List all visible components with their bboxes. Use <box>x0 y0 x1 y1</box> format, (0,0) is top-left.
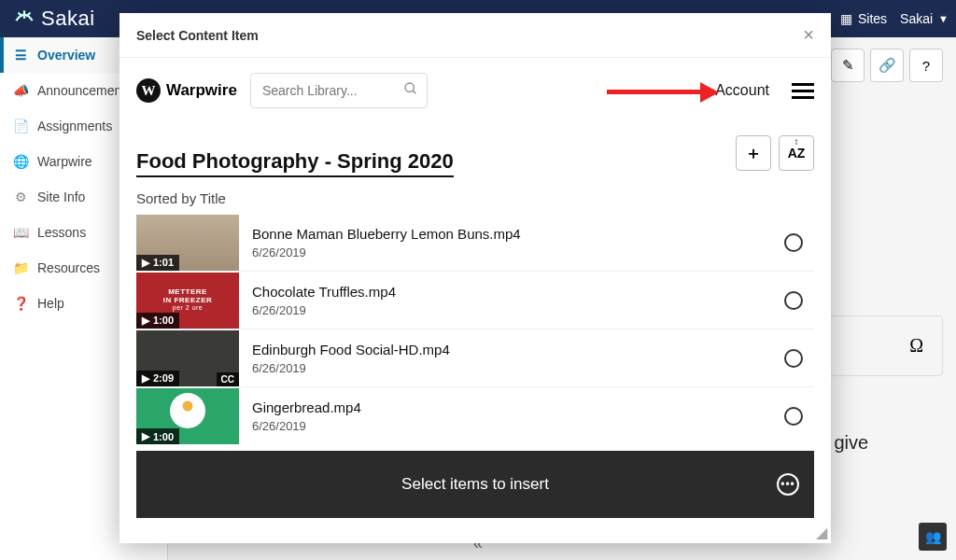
sakai-wordmark: Sakai <box>41 7 95 31</box>
folder-icon: 📁 <box>13 260 28 275</box>
sidebar-item-label: Announcements <box>37 83 132 98</box>
close-icon: × <box>803 24 814 45</box>
play-icon: ▶ <box>142 372 149 385</box>
hamburger-icon <box>792 83 814 86</box>
item-title: Gingerbread.mp4 <box>252 399 784 415</box>
list-item[interactable]: ▶2:09 CC Edinburgh Food Social-HD.mp4 6/… <box>136 329 814 387</box>
sidebar-item-label: Help <box>37 296 64 311</box>
thumbnail: METTERE IN FREEZER per 2 ore ▶1:00 <box>136 273 239 329</box>
item-title: Bonne Maman Blueberry Lemon Buns.mp4 <box>252 226 784 242</box>
plus-icon: ＋ <box>745 142 762 164</box>
file-icon: 📄 <box>13 119 28 133</box>
help-button[interactable]: ? <box>909 49 943 82</box>
help-icon: ❓ <box>13 296 28 311</box>
globe-icon: 🌐 <box>13 154 28 169</box>
edit-button[interactable]: ✎ <box>831 49 865 82</box>
play-icon: ▶ <box>142 315 149 327</box>
gear-icon: ⚙ <box>13 189 28 204</box>
thumbnail: ▶1:00 <box>136 388 239 444</box>
sort-button[interactable]: ↕ AZ <box>779 135 814 171</box>
bullhorn-icon: 📣 <box>13 83 28 98</box>
ellipsis-icon: ••• <box>780 478 795 491</box>
insert-bar: Select items to insert ••• <box>136 451 814 518</box>
pencil-icon: ✎ <box>842 57 854 74</box>
sidebar-item-label: Resources <box>37 260 100 275</box>
list-icon: ☰ <box>13 48 28 63</box>
thumbnail: ▶2:09 CC <box>136 330 239 386</box>
list-item[interactable]: ▶1:00 Gingerbread.mp4 6/26/2019 <box>136 387 814 445</box>
group-floating-button[interactable]: 👥 <box>919 523 947 551</box>
select-radio[interactable] <box>784 349 803 368</box>
warpwire-logo[interactable]: W Warpwire <box>136 78 237 103</box>
warpwire-wordmark: Warpwire <box>166 81 237 100</box>
sidebar-item-label: Warpwire <box>37 154 92 169</box>
user-menu-label: Sakai <box>900 11 933 26</box>
sidebar-item-label: Lessons <box>37 225 86 240</box>
link-button[interactable]: 🔗 <box>870 49 904 82</box>
svg-line-4 <box>413 91 415 93</box>
more-button[interactable]: ••• <box>777 473 799 496</box>
omega-icon[interactable]: Ω <box>909 335 923 357</box>
modal-title: Select Content Item <box>136 28 259 43</box>
sites-label: Sites <box>858 11 887 26</box>
item-date: 6/26/2019 <box>252 245 784 259</box>
warpwire-icon: W <box>136 78 161 103</box>
sites-button[interactable]: ▦ Sites <box>840 11 887 26</box>
account-link[interactable]: Account <box>715 82 769 99</box>
cc-badge: CC <box>217 372 239 386</box>
thumbnail: ▶1:01 <box>136 215 239 271</box>
users-icon: 👥 <box>925 529 941 544</box>
item-date: 6/26/2019 <box>252 419 784 433</box>
search-input[interactable] <box>250 73 428 108</box>
item-date: 6/26/2019 <box>252 303 784 317</box>
select-content-modal: Select Content Item × W Warpwire Account <box>120 13 831 543</box>
svg-point-3 <box>405 83 414 91</box>
item-title: Chocolate Truffles.mp4 <box>252 284 784 300</box>
book-icon: 📖 <box>13 225 28 240</box>
select-radio[interactable] <box>784 291 803 310</box>
sidebar-item-label: Assignments <box>37 119 112 133</box>
resize-handle[interactable]: ◢ <box>816 524 827 541</box>
item-title: Edinburgh Food Social-HD.mp4 <box>252 342 784 357</box>
list-item[interactable]: METTERE IN FREEZER per 2 ore ▶1:00 Choco… <box>136 272 814 329</box>
menu-button[interactable] <box>792 83 814 99</box>
question-icon: ? <box>922 58 930 74</box>
footer-label: Select items to insert <box>401 475 549 494</box>
play-icon: ▶ <box>142 257 149 269</box>
search-icon[interactable] <box>403 81 418 100</box>
select-radio[interactable] <box>784 233 803 252</box>
library-title[interactable]: Food Photography - Spring 2020 <box>136 149 454 177</box>
user-menu[interactable]: Sakai ▼ <box>900 11 949 26</box>
link-icon: 🔗 <box>879 57 896 74</box>
media-list: ▶1:01 Bonne Maman Blueberry Lemon Buns.m… <box>136 214 814 445</box>
sorted-by-label: Sorted by Title <box>136 190 814 206</box>
sidebar-item-label: Overview <box>37 48 95 63</box>
sort-az-icon: ↕ AZ <box>788 146 806 161</box>
item-date: 6/26/2019 <box>252 361 784 375</box>
add-button[interactable]: ＋ <box>736 135 771 171</box>
grid-icon: ▦ <box>840 11 852 26</box>
play-icon: ▶ <box>142 430 149 442</box>
sidebar-item-label: Site Info <box>37 189 85 204</box>
sakai-logo[interactable]: Sakai <box>7 6 95 32</box>
chevron-down-icon: ▼ <box>938 13 949 24</box>
list-item[interactable]: ▶1:01 Bonne Maman Blueberry Lemon Buns.m… <box>136 214 814 272</box>
sakai-icon <box>11 6 37 32</box>
select-radio[interactable] <box>784 407 803 426</box>
close-button[interactable]: × <box>803 24 814 46</box>
